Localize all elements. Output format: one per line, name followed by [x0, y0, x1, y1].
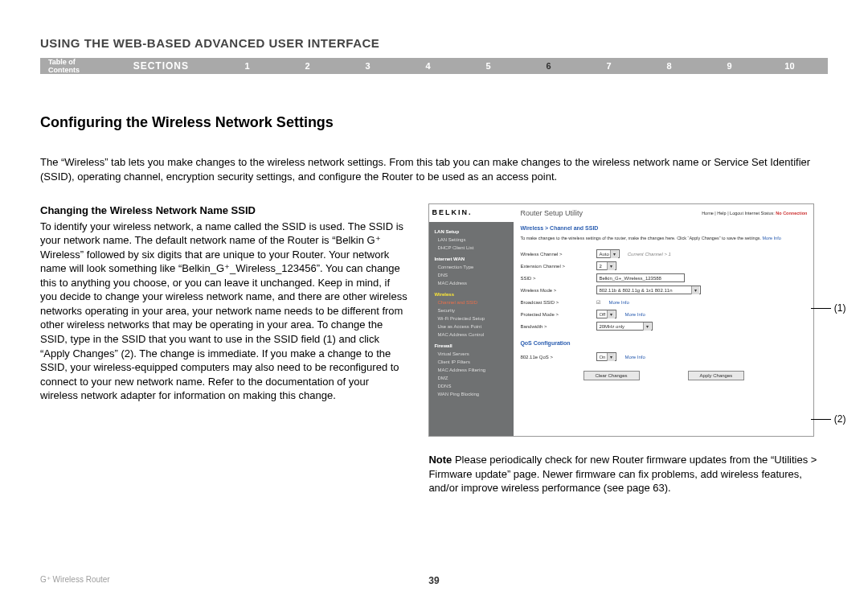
- nav-sections-label: SECTIONS: [133, 60, 189, 72]
- nav-section-6[interactable]: 6: [518, 61, 579, 71]
- current-channel-note: Current Channel > 1: [628, 252, 671, 257]
- ssid-label: SSID >: [520, 276, 596, 281]
- section-nav: Table of Contents SECTIONS 1 2 3 4 5 6 7…: [40, 58, 828, 74]
- sidebar-item-virtual-servers[interactable]: Virtual Servers: [434, 351, 509, 358]
- sidebar-item-wps[interactable]: Wi-Fi Protected Setup: [434, 315, 509, 322]
- internet-status: No Connection: [776, 211, 807, 216]
- nav-section-3[interactable]: 3: [338, 61, 398, 71]
- more-info-link[interactable]: More Info: [608, 300, 628, 305]
- note-paragraph: Note Please periodically check for new R…: [428, 453, 828, 495]
- nav-section-7[interactable]: 7: [579, 61, 639, 71]
- wireless-channel-select[interactable]: Auto: [596, 249, 619, 258]
- protected-mode-select[interactable]: Off: [596, 310, 616, 318]
- nav-section-4[interactable]: 4: [398, 61, 458, 71]
- broadcast-ssid-label: Broadcast SSID >: [520, 300, 596, 305]
- sidebar-item-channel-ssid[interactable]: Channel and SSID: [434, 299, 509, 306]
- qos-label: 802.11e QoS >: [520, 355, 596, 359]
- ssid-input[interactable]: Belkin_G+_Wireless_123588: [596, 273, 685, 282]
- sidebar-item-dmz[interactable]: DMZ: [434, 375, 509, 382]
- sidebar-item-mac[interactable]: MAC Address: [434, 280, 509, 287]
- callout-2: (2): [811, 413, 845, 425]
- subsection-heading: Changing the Wireless Network Name SSID: [40, 203, 408, 218]
- sidebar-item-mac-filtering[interactable]: MAC Address Filtering: [434, 367, 509, 374]
- sidebar-item-security[interactable]: Security: [434, 307, 509, 314]
- router-main: Router Setup Utility Home | Help | Logou…: [514, 204, 813, 436]
- more-info-link[interactable]: More Info: [624, 355, 645, 359]
- clear-changes-button[interactable]: Clear Changes: [583, 371, 640, 380]
- page-header: USING THE WEB-BASED ADVANCED USER INTERF…: [40, 36, 828, 50]
- protected-mode-label: Protected Mode >: [520, 312, 596, 317]
- extension-channel-label: Extension Channel >: [520, 264, 596, 269]
- qos-heading: QoS Configuration: [520, 340, 807, 346]
- sidebar-item-lan-settings[interactable]: LAN Settings: [434, 236, 509, 244]
- sidebar-item-mac-control[interactable]: MAC Address Control: [434, 331, 509, 339]
- wireless-mode-label: Wireless Mode >: [520, 288, 596, 293]
- breadcrumb: Wireless > Channel and SSID: [520, 225, 807, 231]
- sidebar-cat-lan: LAN Setup: [434, 228, 509, 236]
- apply-changes-button[interactable]: Apply Changes: [688, 371, 745, 380]
- sidebar-item-ddns[interactable]: DDNS: [434, 383, 509, 390]
- body-text: To identify your wireless network, a nam…: [40, 220, 407, 402]
- extension-channel-select[interactable]: 2: [596, 261, 616, 270]
- more-info-link[interactable]: More Info: [763, 236, 781, 240]
- sidebar-cat-wireless: Wireless: [434, 291, 509, 298]
- footer-product: G⁺ Wireless Router: [40, 575, 110, 584]
- router-screenshot: BELKIN. LAN Setup LAN Settings DHCP Clie…: [428, 203, 814, 437]
- sidebar-item-conn-type[interactable]: Connection Type: [434, 264, 509, 271]
- nav-section-5[interactable]: 5: [458, 61, 518, 71]
- page-number: 39: [428, 575, 439, 586]
- sidebar-item-client-ip-filters[interactable]: Client IP Filters: [434, 359, 509, 366]
- nav-section-10[interactable]: 10: [760, 61, 820, 71]
- broadcast-ssid-checkbox[interactable]: ☑: [596, 299, 600, 305]
- sidebar-item-ap[interactable]: Use as Access Point: [434, 323, 509, 331]
- callout-1: (1): [811, 302, 845, 314]
- sidebar-item-dns[interactable]: DNS: [434, 272, 509, 279]
- sidebar-cat-wan: Internet WAN: [434, 256, 509, 263]
- router-sidebar: BELKIN. LAN Setup LAN Settings DHCP Clie…: [429, 204, 514, 436]
- topnav-links[interactable]: Home | Help | Logout Internet Status:: [702, 211, 775, 216]
- hint-text: To make changes to the wireless settings…: [520, 236, 807, 241]
- qos-select[interactable]: On: [596, 352, 616, 361]
- intro-paragraph: The “Wireless” tab lets you make changes…: [40, 155, 828, 183]
- more-info-link[interactable]: More Info: [624, 312, 645, 317]
- wireless-mode-select[interactable]: 802.11b & 802.11g & 1x1 802.11n: [596, 286, 701, 294]
- wireless-channel-label: Wireless Channel >: [520, 252, 596, 257]
- bandwidth-select[interactable]: 20MHz only: [596, 322, 653, 331]
- nav-section-2[interactable]: 2: [277, 61, 338, 71]
- brand-logo: BELKIN.: [429, 204, 514, 222]
- sidebar-cat-firewall: Firewall: [434, 343, 509, 350]
- nav-section-8[interactable]: 8: [639, 61, 699, 71]
- nav-section-1[interactable]: 1: [217, 61, 277, 71]
- sidebar-item-wan-ping[interactable]: WAN Ping Blocking: [434, 391, 509, 398]
- router-topnav[interactable]: Home | Help | Logout Internet Status: No…: [702, 211, 807, 216]
- sidebar-item-dhcp[interactable]: DHCP Client List: [434, 244, 509, 252]
- note-label: Note: [428, 454, 452, 466]
- router-title: Router Setup Utility: [520, 209, 583, 217]
- nav-section-9[interactable]: 9: [699, 61, 760, 71]
- bandwidth-label: Bandwidth >: [520, 324, 596, 329]
- section-title: Configuring the Wireless Network Setting…: [40, 114, 828, 131]
- nav-toc[interactable]: Table of Contents: [48, 58, 105, 74]
